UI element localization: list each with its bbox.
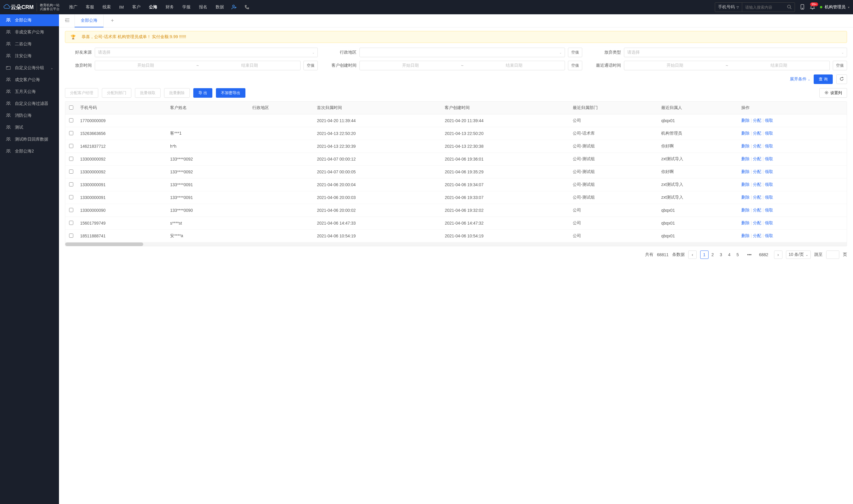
row-claim-link[interactable]: 领取 — [765, 220, 773, 225]
row-assign-link[interactable]: 分配 — [753, 169, 761, 174]
row-delete-link[interactable]: 删除 — [741, 144, 750, 148]
row-delete-link[interactable]: 删除 — [741, 195, 750, 200]
assign-dept-button[interactable]: 分配到部门 — [102, 88, 131, 98]
sidebar-item[interactable]: 全部公海 — [0, 14, 59, 26]
sidebar-item[interactable]: 测试昨日回库数据 — [0, 133, 59, 145]
page-number-button[interactable]: 3 — [717, 251, 725, 259]
tab-all-pool[interactable]: 全部公海 — [74, 14, 104, 28]
abandon-time-null-button[interactable]: 空值 — [304, 61, 318, 70]
column-settings-button[interactable]: 设置列 — [819, 88, 847, 98]
page-number-button[interactable]: 4 — [725, 251, 733, 259]
sidebar-item[interactable]: 自定义公海过滤器 — [0, 98, 59, 110]
nav-item[interactable]: 学服 — [179, 0, 194, 14]
last-call-range[interactable]: 开始日期 ~ 结束日期 — [624, 61, 830, 70]
horizontal-scrollbar[interactable] — [65, 242, 847, 246]
row-checkbox[interactable] — [69, 195, 73, 199]
last-call-null-button[interactable]: 空值 — [833, 61, 847, 70]
row-checkbox[interactable] — [69, 208, 73, 212]
sidebar-item[interactable]: 二咨公海 — [0, 38, 59, 50]
user-menu[interactable]: 机构管理员 ▾ — [820, 4, 849, 10]
page-size-select[interactable]: 10 条/页 ⌄ — [786, 251, 811, 259]
sidebar-item[interactable]: 非成交客户公海 — [0, 26, 59, 38]
row-assign-link[interactable]: 分配 — [753, 182, 761, 187]
row-assign-link[interactable]: 分配 — [753, 233, 761, 238]
row-delete-link[interactable]: 删除 — [741, 208, 750, 212]
row-checkbox[interactable] — [69, 182, 73, 186]
row-assign-link[interactable]: 分配 — [753, 144, 761, 148]
tabs-collapse-icon[interactable] — [62, 18, 72, 23]
mobile-icon[interactable] — [800, 4, 805, 11]
row-checkbox[interactable] — [69, 118, 73, 122]
page-number-button[interactable]: 5 — [733, 251, 742, 259]
last-page-button[interactable]: 6882 — [757, 251, 770, 259]
sidebar-item[interactable]: 注安公海 — [0, 50, 59, 62]
batch-delete-button[interactable]: 批量删除 — [164, 88, 190, 98]
row-assign-link[interactable]: 分配 — [753, 118, 761, 123]
row-checkbox[interactable] — [69, 157, 73, 161]
row-assign-link[interactable]: 分配 — [753, 156, 761, 161]
next-page-button[interactable]: › — [774, 251, 782, 259]
row-delete-link[interactable]: 删除 — [741, 169, 750, 174]
nav-item[interactable]: 客户 — [129, 0, 144, 14]
search-type-select[interactable]: 手机号码 ▽ — [715, 3, 742, 12]
nav-item[interactable]: 数据 — [212, 0, 228, 14]
sidebar-item[interactable]: 自定义公海分组⌄ — [0, 62, 59, 74]
row-checkbox[interactable] — [69, 131, 73, 135]
notifications-button[interactable]: 99+ — [810, 4, 815, 11]
row-claim-link[interactable]: 领取 — [765, 182, 773, 187]
abandon-time-range[interactable]: 开始日期 ~ 结束日期 — [95, 61, 301, 70]
row-delete-link[interactable]: 删除 — [741, 118, 750, 123]
expand-filters-link[interactable]: 展开条件 ⌄ — [790, 76, 810, 82]
nav-item[interactable]: 公海 — [145, 0, 161, 14]
scrollbar-thumb[interactable] — [65, 242, 143, 246]
row-claim-link[interactable]: 领取 — [765, 195, 773, 200]
query-button[interactable]: 查 询 — [814, 74, 833, 84]
search-button[interactable] — [784, 4, 795, 10]
nav-item[interactable]: 线索 — [99, 0, 114, 14]
sidebar-item[interactable]: 成交客户公海 — [0, 74, 59, 86]
row-checkbox[interactable] — [69, 144, 73, 148]
sidebar-item[interactable]: 消防公海 — [0, 110, 59, 122]
nav-item[interactable]: 报名 — [195, 0, 211, 14]
admin-region-select[interactable]: ⌄ — [360, 48, 565, 57]
row-claim-link[interactable]: 领取 — [765, 156, 773, 161]
admin-region-null-button[interactable]: 空值 — [568, 48, 582, 57]
row-assign-link[interactable]: 分配 — [753, 195, 761, 200]
export-plain-button[interactable]: 不加密导出 — [216, 88, 246, 98]
row-delete-link[interactable]: 删除 — [741, 220, 750, 225]
search-input[interactable] — [742, 5, 784, 10]
friend-source-select[interactable]: 请选择 ⌄ — [95, 48, 318, 57]
sidebar-item[interactable]: 全部公海2 — [0, 145, 59, 157]
page-number-button[interactable]: 2 — [709, 251, 717, 259]
nav-item[interactable]: 推广 — [66, 0, 81, 14]
refresh-button[interactable] — [836, 74, 847, 84]
nav-item[interactable]: 客服 — [82, 0, 98, 14]
select-all-checkbox[interactable] — [69, 105, 73, 110]
row-claim-link[interactable]: 领取 — [765, 208, 773, 212]
row-claim-link[interactable]: 领取 — [765, 144, 773, 148]
row-assign-link[interactable]: 分配 — [753, 208, 761, 212]
row-claim-link[interactable]: 领取 — [765, 169, 773, 174]
sidebar-item[interactable]: 五月天公海 — [0, 86, 59, 98]
row-delete-link[interactable]: 删除 — [741, 233, 750, 238]
row-checkbox[interactable] — [69, 221, 73, 225]
add-user-icon[interactable] — [228, 0, 241, 14]
row-checkbox[interactable] — [69, 234, 73, 238]
page-number-button[interactable]: 1 — [700, 251, 709, 259]
row-claim-link[interactable]: 领取 — [765, 118, 773, 123]
row-assign-link[interactable]: 分配 — [753, 220, 761, 225]
nav-item[interactable]: 财务 — [162, 0, 178, 14]
sidebar-item[interactable]: 测试 — [0, 122, 59, 133]
abandon-type-select[interactable]: 请选择 ⌄ — [624, 48, 847, 57]
row-delete-link[interactable]: 删除 — [741, 182, 750, 187]
row-checkbox[interactable] — [69, 169, 73, 174]
row-delete-link[interactable]: 删除 — [741, 131, 750, 136]
logo[interactable]: 云朵CRM — [4, 4, 34, 11]
export-button[interactable]: 导 出 — [193, 88, 212, 98]
prev-page-button[interactable]: ‹ — [688, 251, 697, 259]
assign-manager-button[interactable]: 分配客户经理 — [65, 88, 98, 98]
create-time-null-button[interactable]: 空值 — [568, 61, 582, 70]
row-claim-link[interactable]: 领取 — [765, 233, 773, 238]
phone-icon[interactable] — [241, 0, 253, 14]
row-claim-link[interactable]: 领取 — [765, 131, 773, 136]
